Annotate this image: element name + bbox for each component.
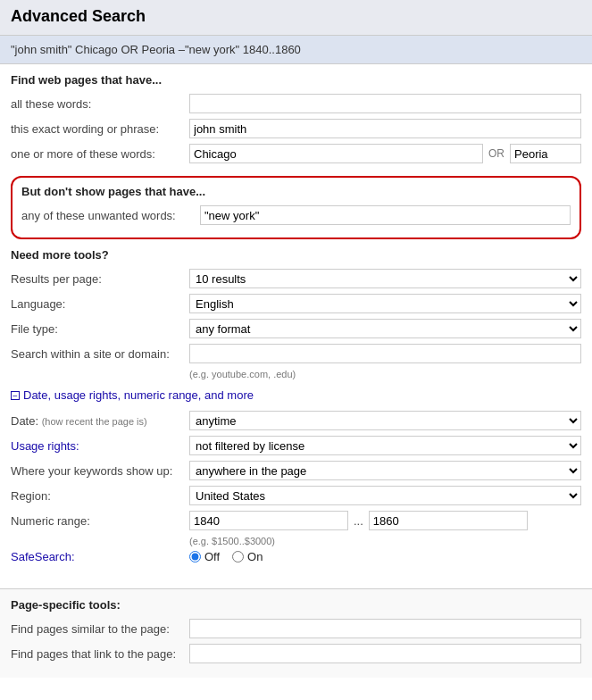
numeric-range-label: Numeric range: — [11, 514, 189, 528]
one-or-more-row: one or more of these words: OR — [11, 144, 581, 163]
expand-icon: − — [11, 391, 20, 400]
file-type-row: File type: any format PDF DOC — [11, 319, 581, 338]
safe-search-radio-group: Off On — [189, 550, 263, 563]
find-section-title: Find web pages that have... — [11, 73, 581, 87]
all-words-input[interactable] — [189, 94, 581, 113]
site-domain-row: Search within a site or domain: — [11, 344, 581, 363]
main-content: Find web pages that have... all these wo… — [0, 64, 592, 585]
unwanted-words-row: any of these unwanted words: — [21, 205, 571, 225]
all-words-label: all these words: — [11, 97, 189, 111]
date-row: Date: (how recent the page is) anytime p… — [11, 411, 581, 430]
unwanted-words-input[interactable] — [200, 205, 571, 225]
one-or-more-label: one or more of these words: — [11, 147, 189, 161]
dont-show-title: But don't show pages that have... — [21, 185, 571, 198]
expand-link[interactable]: − Date, usage rights, numeric range, and… — [11, 388, 581, 402]
safe-search-off-radio[interactable] — [189, 551, 201, 562]
safe-search-label: SafeSearch: — [11, 550, 189, 563]
safe-search-on-option[interactable]: On — [232, 550, 263, 563]
date-label: Date: (how recent the page is) — [11, 414, 189, 428]
language-select[interactable]: English Any language — [189, 294, 581, 313]
numeric-range-to-input[interactable] — [369, 511, 528, 530]
or-input[interactable] — [510, 144, 581, 163]
dotdot: ... — [354, 514, 363, 528]
region-select[interactable]: United States United Kingdom Canada — [189, 486, 581, 505]
or-text: OR — [488, 147, 504, 160]
file-type-label: File type: — [11, 322, 189, 336]
site-domain-label: Search within a site or domain: — [11, 347, 189, 361]
safe-search-off-label: Off — [204, 550, 220, 563]
usage-rights-row: Usage rights: not filtered by license fr… — [11, 436, 581, 455]
language-row: Language: English Any language — [11, 294, 581, 313]
expanded-section: Date: (how recent the page is) anytime p… — [11, 411, 581, 563]
page-specific-title: Page-specific tools: — [11, 598, 581, 612]
keywords-show-up-row: Where your keywords show up: anywhere in… — [11, 461, 581, 480]
site-domain-input[interactable] — [189, 344, 581, 363]
safe-search-row: SafeSearch: Off On — [11, 550, 581, 563]
links-to-page-label: Find pages that link to the page: — [11, 647, 189, 661]
safe-search-off-option[interactable]: Off — [189, 550, 220, 563]
safe-search-link[interactable]: SafeSearch: — [11, 550, 75, 563]
dont-show-section: But don't show pages that have... any of… — [11, 176, 581, 239]
safe-search-on-label: On — [247, 550, 263, 563]
links-to-page-row: Find pages that link to the page: — [11, 644, 581, 663]
find-section: Find web pages that have... all these wo… — [11, 73, 581, 163]
date-sublabel: (how recent the page is) — [42, 416, 147, 427]
results-per-page-row: Results per page: 10 results 20 results … — [11, 269, 581, 288]
more-tools-title: Need more tools? — [11, 248, 581, 262]
similar-pages-row: Find pages similar to the page: — [11, 619, 581, 638]
usage-rights-select[interactable]: not filtered by license free to use or s… — [189, 436, 581, 455]
usage-rights-link[interactable]: Usage rights: — [11, 439, 79, 453]
all-words-row: all these words: — [11, 94, 581, 113]
numeric-range-helper: (e.g. $1500..$3000) — [189, 536, 581, 546]
keywords-show-up-select[interactable]: anywhere in the page in the title of the… — [189, 461, 581, 480]
page-specific-section: Page-specific tools: Find pages similar … — [0, 588, 592, 678]
page-title: Advanced Search — [11, 7, 581, 26]
exact-wording-label: this exact wording or phrase: — [11, 122, 189, 136]
page-header: Advanced Search — [0, 0, 592, 36]
links-to-page-input[interactable] — [189, 644, 581, 663]
similar-pages-input[interactable] — [189, 619, 581, 638]
expand-link-label: Date, usage rights, numeric range, and m… — [23, 388, 254, 402]
safe-search-on-radio[interactable] — [232, 551, 244, 562]
language-label: Language: — [11, 297, 189, 311]
exact-wording-input[interactable] — [189, 119, 581, 138]
usage-rights-label: Usage rights: — [11, 439, 189, 453]
region-row: Region: United States United Kingdom Can… — [11, 486, 581, 505]
results-per-page-select[interactable]: 10 results 20 results 30 results 50 resu… — [189, 269, 581, 288]
site-domain-helper: (e.g. youtube.com, .edu) — [189, 369, 581, 379]
similar-pages-label: Find pages similar to the page: — [11, 622, 189, 636]
date-select[interactable]: anytime past 24 hours past week past mon… — [189, 411, 581, 430]
exact-wording-row: this exact wording or phrase: — [11, 119, 581, 138]
query-bar: "john smith" Chicago OR Peoria –"new yor… — [0, 36, 592, 64]
more-tools-section: Need more tools? Results per page: 10 re… — [11, 248, 581, 379]
file-type-select[interactable]: any format PDF DOC — [189, 319, 581, 338]
numeric-range-row: Numeric range: ... — [11, 511, 581, 530]
results-per-page-label: Results per page: — [11, 272, 189, 286]
region-label: Region: — [11, 489, 189, 503]
unwanted-words-label: any of these unwanted words: — [21, 209, 200, 222]
keywords-show-up-label: Where your keywords show up: — [11, 464, 189, 478]
query-text: "john smith" Chicago OR Peoria –"new yor… — [11, 43, 301, 56]
one-or-more-input[interactable] — [189, 144, 483, 163]
numeric-range-from-input[interactable] — [189, 511, 348, 530]
